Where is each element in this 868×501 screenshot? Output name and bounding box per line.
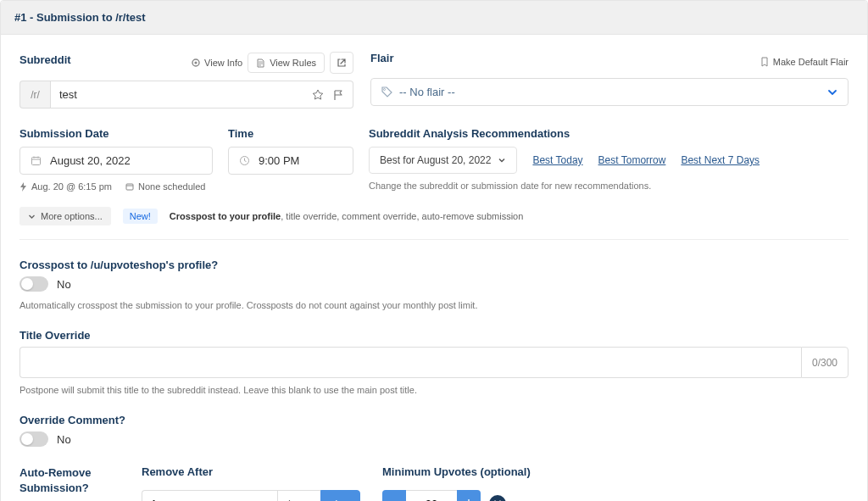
decrement-button[interactable]: − [382, 490, 406, 501]
min-upvotes-stepper: − + [382, 490, 481, 501]
best-7days-link[interactable]: Best Next 7 Days [681, 154, 760, 166]
rules-icon [256, 58, 265, 68]
remove-after-hour[interactable]: hour [277, 490, 320, 501]
analysis-help: Change the subreddit or submission date … [369, 181, 849, 191]
best-today-link[interactable]: Best Today [532, 154, 582, 166]
time-label: Time [228, 127, 353, 140]
info-icon [192, 58, 200, 67]
auto-remove-section: Auto-Remove Submission? Yes [19, 465, 121, 501]
more-options-button[interactable]: More options... [19, 207, 111, 225]
svg-point-2 [384, 89, 386, 91]
remove-after-input[interactable] [142, 490, 277, 501]
card-title: #1 - Submission to /r/test [14, 11, 146, 24]
svg-rect-3 [32, 158, 41, 165]
title-override-label: Title Override [19, 329, 91, 342]
analysis-label: Subreddit Analysis Recommendations [369, 127, 849, 140]
title-override-section: Title Override 0/300 Postpone will submi… [19, 329, 849, 395]
more-options-row: More options... New! Crosspost to your p… [19, 207, 849, 240]
calendar-icon [31, 155, 42, 166]
external-link-icon [337, 58, 347, 68]
view-info-button[interactable]: View Info [192, 58, 242, 68]
time-section: Time 9:00 PM [228, 127, 353, 192]
chevron-down-icon [827, 87, 837, 97]
more-options-description: Crosspost to your profile, title overrid… [170, 211, 524, 221]
flag-icon[interactable] [332, 89, 344, 101]
best-tomorrow-link[interactable]: Best Tomorrow [598, 154, 666, 166]
new-badge: New! [123, 209, 158, 224]
subreddit-label: Subreddit [19, 53, 71, 66]
bookmark-icon [760, 57, 769, 67]
svg-point-1 [195, 61, 198, 64]
min-upvotes-label: Minimum Upvotes (optional) [382, 465, 687, 478]
date-section: Submission Date August 20, 2022 Aug. 20 … [19, 127, 213, 192]
date-value: August 20, 2022 [50, 154, 131, 167]
remove-after-label: Remove After [142, 465, 362, 478]
date-input[interactable]: August 20, 2022 [19, 147, 213, 175]
title-override-counter: 0/300 [801, 347, 849, 378]
flair-selected: -- No flair -- [399, 86, 455, 98]
crosspost-section: Crosspost to /u/upvoteshop's profile? No… [19, 259, 849, 310]
flair-select[interactable]: -- No flair -- [370, 78, 849, 106]
flair-section: Flair Make Default Flair -- No flair -- [370, 52, 849, 109]
clock-icon [239, 155, 250, 166]
svg-rect-4 [126, 184, 133, 190]
card-header: #1 - Submission to /r/test [1, 1, 867, 35]
time-input[interactable]: 9:00 PM [228, 147, 353, 175]
submission-card: #1 - Submission to /r/test Subreddit Vie… [0, 0, 868, 501]
date-label: Submission Date [19, 127, 213, 140]
override-comment-value: No [57, 433, 71, 446]
schedule-hint: Aug. 20 @ 6:15 pm [19, 181, 112, 192]
best-for-dropdown[interactable]: Best for August 20, 2022 [369, 147, 517, 174]
view-rules-button[interactable]: View Rules [248, 53, 325, 73]
crosspost-value: No [57, 278, 71, 291]
calendar-small-icon [125, 182, 134, 191]
title-override-help: Postpone will submit this title to the s… [19, 385, 849, 395]
subreddit-prefix: /r/ [19, 81, 50, 109]
flair-label: Flair [370, 52, 393, 64]
increment-button[interactable]: + [457, 490, 481, 501]
tag-icon [381, 86, 392, 97]
make-default-flair-button[interactable]: Make Default Flair [760, 57, 849, 67]
auto-remove-label: Auto-Remove Submission? [19, 465, 121, 496]
min-upvotes-section: Minimum Upvotes (optional) − + Only remo… [382, 465, 687, 501]
title-override-input[interactable] [19, 347, 801, 378]
override-comment-label: Override Comment? [19, 414, 125, 426]
subreddit-input[interactable] [50, 81, 303, 109]
open-subreddit-button[interactable] [330, 52, 353, 74]
clear-min-upvotes-button[interactable] [489, 495, 506, 501]
crosspost-help: Automatically crosspost the submission t… [19, 300, 849, 310]
bolt-icon [19, 182, 27, 192]
time-value: 9:00 PM [259, 154, 299, 167]
analysis-section: Subreddit Analysis Recommendations Best … [369, 127, 849, 192]
crosspost-toggle[interactable] [19, 276, 48, 292]
remove-after-day[interactable]: day [320, 490, 360, 501]
subreddit-input-group: /r/ [19, 81, 353, 109]
crosspost-label: Crosspost to /u/upvoteshop's profile? [19, 259, 218, 271]
chevron-down-icon [498, 156, 506, 164]
remove-after-section: Remove After hour day [142, 465, 362, 501]
min-upvotes-input[interactable] [406, 490, 457, 501]
subreddit-section: Subreddit View Info View Rul [19, 52, 353, 109]
override-comment-toggle[interactable] [19, 431, 48, 447]
chevron-down-icon [28, 213, 36, 220]
star-icon[interactable] [312, 89, 324, 101]
override-comment-section: Override Comment? No [19, 414, 849, 447]
none-scheduled: None scheduled [125, 181, 206, 192]
